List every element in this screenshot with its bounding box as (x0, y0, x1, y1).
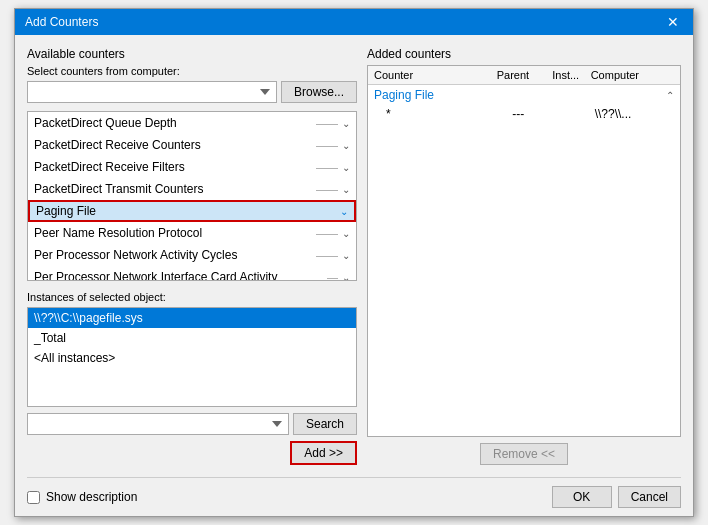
add-button[interactable]: Add >> (290, 441, 357, 465)
added-counters-box: Counter Parent Inst... Computer Paging F… (367, 65, 681, 437)
added-table-header: Counter Parent Inst... Computer (368, 66, 680, 85)
add-counters-dialog: Add Counters ✕ Available counters Select… (14, 8, 694, 517)
select-computer-label: Select counters from computer: (27, 65, 357, 77)
left-panel: Available counters Select counters from … (27, 47, 357, 465)
counter-item[interactable]: Per Processor Network Interface Card Act… (28, 266, 356, 281)
cancel-button[interactable]: Cancel (618, 486, 681, 508)
added-counters-label: Added counters (367, 47, 681, 61)
counter-item[interactable]: Peer Name Resolution Protocol —— ⌄ (28, 222, 356, 244)
col-header-computer: Computer (591, 69, 674, 81)
show-description-row: Show description (27, 490, 137, 504)
close-button[interactable]: ✕ (663, 15, 683, 29)
instances-list: \\??\\C:\\pagefile.sys _Total <All insta… (27, 307, 357, 407)
title-bar: Add Counters ✕ (15, 9, 693, 35)
browse-button[interactable]: Browse... (281, 81, 357, 103)
ok-button[interactable]: OK (552, 486, 612, 508)
remove-button[interactable]: Remove << (480, 443, 568, 465)
show-description-checkbox[interactable] (27, 491, 40, 504)
counter-item[interactable]: PacketDirect Queue Depth —— ⌄ (28, 112, 356, 134)
instance-item-total[interactable]: _Total (28, 328, 356, 348)
added-table-body: Paging File ⌃ * --- \\??\\... (368, 85, 680, 436)
dialog-title: Add Counters (25, 15, 98, 29)
computer-select[interactable] (27, 81, 277, 103)
search-input[interactable] (27, 413, 289, 435)
search-add-row: Search (27, 413, 357, 435)
computer-select-row: Browse... (27, 81, 357, 103)
add-row: Add >> (27, 441, 357, 465)
counters-list: PacketDirect Queue Depth —— ⌄ PacketDire… (27, 111, 357, 281)
counter-item[interactable]: PacketDirect Receive Filters —— ⌄ (28, 156, 356, 178)
ok-cancel-row: OK Cancel (552, 486, 681, 508)
instances-section: Instances of selected object: \\??\\C:\\… (27, 291, 357, 407)
col-header-parent: Parent (485, 69, 541, 81)
col-header-counter: Counter (374, 69, 485, 81)
search-button[interactable]: Search (293, 413, 357, 435)
right-panel: Added counters Counter Parent Inst... Co… (367, 47, 681, 465)
instance-item-pagefile[interactable]: \\??\\C:\\pagefile.sys (28, 308, 356, 328)
counter-item-per-processor-network-activity[interactable]: Per Processor Network Activity Cycles ——… (28, 244, 356, 266)
col-header-inst: Inst... (541, 69, 591, 81)
dialog-body: Available counters Select counters from … (15, 35, 693, 477)
instances-label: Instances of selected object: (27, 291, 357, 303)
counters-list-inner: PacketDirect Queue Depth —— ⌄ PacketDire… (28, 112, 356, 281)
added-group-paging-file[interactable]: Paging File ⌃ (368, 85, 680, 105)
remove-row: Remove << (367, 443, 681, 465)
chevron-up-icon: ⌃ (666, 90, 674, 101)
counter-item-paging-file[interactable]: Paging File ⌄ (28, 200, 356, 222)
table-row: * --- \\??\\... (368, 105, 680, 123)
available-counters-label: Available counters (27, 47, 357, 61)
show-description-label: Show description (46, 490, 137, 504)
footer: Show description OK Cancel (15, 478, 693, 516)
instance-item-all[interactable]: <All instances> (28, 348, 356, 368)
counter-item[interactable]: PacketDirect Receive Counters —— ⌄ (28, 134, 356, 156)
counter-item[interactable]: PacketDirect Transmit Counters —— ⌄ (28, 178, 356, 200)
